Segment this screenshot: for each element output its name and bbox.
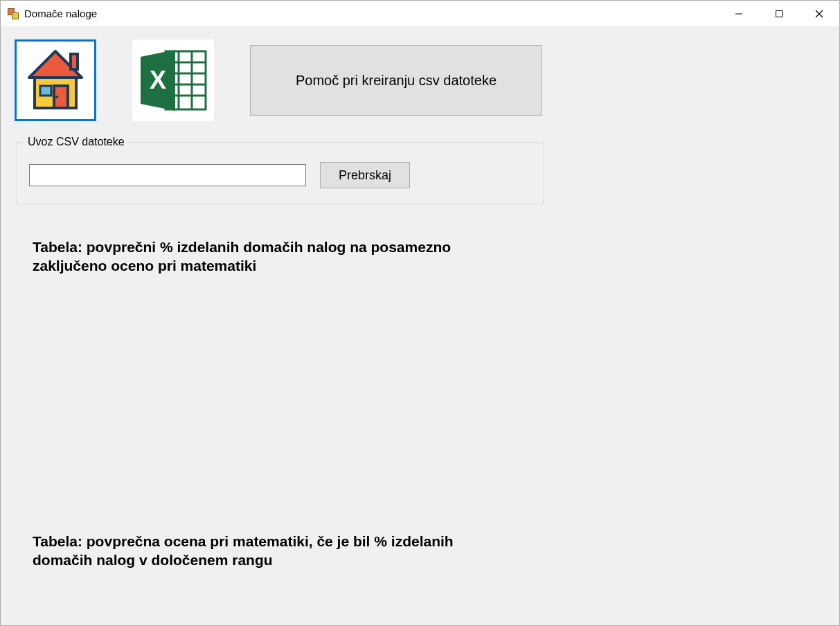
maximize-icon (775, 10, 783, 18)
toolbar-row: X Pomoč pri kreiranju csv datoteke (15, 39, 825, 121)
svg-text:X: X (150, 66, 166, 94)
excel-icon: X (135, 47, 211, 114)
import-csv-group: Uvoz CSV datoteke Prebrskaj (16, 142, 544, 204)
svg-point-9 (55, 96, 58, 98)
app-window: Domače naloge (0, 0, 840, 626)
svg-rect-8 (40, 86, 51, 96)
maximize-button[interactable] (759, 1, 799, 26)
table2-heading: Tabela: povprečna ocena pri matematiki, … (33, 532, 469, 570)
window-controls (719, 1, 839, 26)
client-area: X Pomoč pri kreiranju csv datoteke Uvoz … (1, 27, 839, 625)
titlebar: Domače naloge (1, 1, 839, 27)
minimize-icon (735, 10, 743, 18)
csv-file-path-input[interactable] (29, 164, 306, 186)
minimize-button[interactable] (719, 1, 759, 26)
app-icon (8, 8, 19, 19)
window-title: Domače naloge (24, 8, 97, 19)
svg-rect-5 (71, 54, 78, 69)
close-icon (815, 10, 823, 18)
svg-rect-1 (776, 10, 783, 17)
help-csv-button[interactable]: Pomoč pri kreiranju csv datoteke (250, 45, 542, 116)
browse-button[interactable]: Prebrskaj (320, 162, 410, 188)
close-button[interactable] (799, 1, 839, 26)
house-icon (21, 46, 90, 115)
import-csv-legend: Uvoz CSV datoteke (25, 136, 127, 148)
home-button[interactable] (15, 39, 96, 121)
table1-heading: Tabela: povprečni % izdelanih domačih na… (33, 238, 469, 276)
excel-button[interactable]: X (132, 39, 214, 121)
